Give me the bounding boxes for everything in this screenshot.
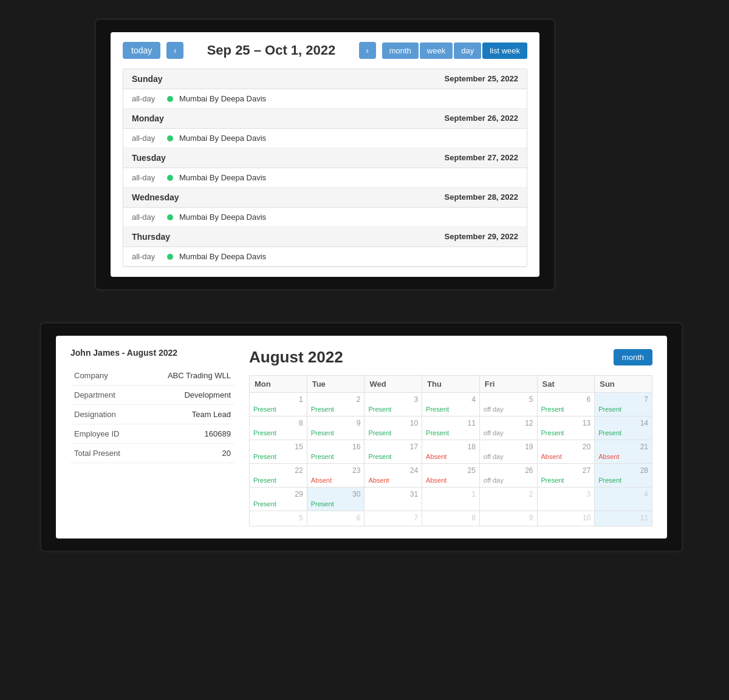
day-number: 24	[368, 466, 418, 475]
event-title: Mumbai By Deepa Davis	[179, 94, 266, 103]
event-dot-icon	[167, 135, 173, 141]
bottom-calendar-card: John James - August 2022 CompanyABC Trad…	[39, 322, 683, 552]
calendar-day: 6	[307, 511, 364, 526]
event-row: all-dayMumbai By Deepa Davis	[123, 89, 527, 109]
day-status: Present	[253, 500, 276, 508]
calendar-day: 3Present	[364, 393, 422, 416]
day-of-week-header: Thu	[422, 376, 480, 393]
day-number: 10	[368, 419, 418, 427]
day-header: WednesdaySeptember 28, 2022	[123, 188, 527, 208]
day-status: Absent	[541, 453, 562, 460]
day-status: Present	[253, 406, 276, 413]
info-label: Employee ID	[70, 424, 141, 444]
day-status: Present	[598, 429, 621, 437]
day-status: Absent	[598, 453, 619, 460]
info-label: Department	[70, 386, 141, 405]
today-button[interactable]: today	[123, 42, 160, 59]
day-date: September 26, 2022	[445, 114, 518, 123]
info-label: Designation	[70, 405, 141, 424]
day-header: ThursdaySeptember 29, 2022	[123, 227, 527, 247]
day-number: 31	[368, 490, 418, 498]
info-value: 160689	[141, 424, 234, 444]
calendar-day: 23Absent	[307, 464, 364, 488]
day-name: Tuesday	[132, 153, 166, 163]
day-status: Present	[541, 406, 564, 413]
day-of-week-header: Mon	[250, 376, 307, 393]
info-panel-title: John James - August 2022	[70, 348, 234, 358]
week-row: 22Present23Absent24Absent25Absent26off d…	[250, 464, 652, 488]
event-time: all-day	[132, 94, 161, 103]
day-number: 16	[311, 443, 361, 451]
day-status: Present	[426, 429, 449, 437]
view-buttons: month week day list week	[382, 42, 527, 59]
day-of-week-header: Sat	[537, 376, 595, 393]
day-number: 18	[426, 443, 476, 451]
event-title: Mumbai By Deepa Davis	[179, 252, 266, 261]
calendar-day: 9Present	[307, 416, 364, 440]
calendar-day: 13Present	[537, 416, 595, 440]
day-name: Monday	[132, 114, 164, 123]
day-status: Present	[598, 477, 621, 484]
day-status: Present	[368, 429, 391, 437]
event-dot-icon	[167, 175, 173, 181]
calendar-day: 11Present	[422, 416, 480, 440]
day-number: 6	[541, 395, 591, 404]
list-calendar: SundaySeptember 25, 2022all-dayMumbai By…	[123, 69, 527, 267]
day-status: Present	[368, 453, 391, 460]
day-number: 28	[598, 466, 648, 475]
calendar-day: 26off day	[479, 464, 537, 488]
day-number: 9	[311, 419, 361, 427]
day-date: September 29, 2022	[445, 232, 518, 242]
day-number: 11	[598, 514, 648, 522]
calendar-day: 4Present	[422, 393, 480, 416]
day-date: September 28, 2022	[445, 192, 518, 202]
event-row: all-dayMumbai By Deepa Davis	[123, 129, 527, 148]
day-status: Present	[253, 477, 276, 484]
info-table: CompanyABC Trading WLLDepartmentDevelopm…	[70, 366, 234, 463]
day-header: MondaySeptember 26, 2022	[123, 109, 527, 129]
calendar-day: 6Present	[537, 393, 595, 416]
view-week-button[interactable]: week	[420, 42, 453, 59]
day-status: Present	[311, 406, 334, 413]
calendar-day: 15Present	[250, 440, 307, 464]
calendar-day: 28Present	[595, 464, 652, 488]
event-row: all-dayMumbai By Deepa Davis	[123, 208, 527, 227]
calendar-day: 30Present	[307, 488, 364, 511]
event-row: all-dayMumbai By Deepa Davis	[123, 168, 527, 188]
event-title: Mumbai By Deepa Davis	[179, 212, 266, 222]
calendar-day: 24Absent	[364, 464, 422, 488]
day-status: off day	[484, 406, 504, 413]
day-status: off day	[484, 453, 504, 460]
info-row: DepartmentDevelopment	[70, 386, 234, 405]
view-month-button[interactable]: month	[382, 42, 419, 59]
calendar-header: today ‹ Sep 25 – Oct 1, 2022 › month wee…	[123, 42, 527, 59]
day-number: 5	[253, 514, 303, 522]
event-title: Mumbai By Deepa Davis	[179, 134, 266, 143]
day-number: 9	[484, 514, 533, 522]
day-number: 2	[484, 490, 533, 498]
day-status: Present	[598, 406, 621, 413]
day-number: 7	[598, 395, 648, 404]
month-grid: MonTueWedThuFriSatSun1Present2Present3Pr…	[249, 375, 652, 526]
month-view-button[interactable]: month	[614, 349, 652, 365]
calendar-day: 2Present	[307, 393, 364, 416]
info-label: Total Present	[70, 444, 141, 463]
calendar-day: 21Absent	[595, 440, 652, 464]
calendar-day: 12off day	[479, 416, 537, 440]
calendar-day: 22Present	[250, 464, 307, 488]
view-listweek-button[interactable]: list week	[482, 42, 527, 59]
view-day-button[interactable]: day	[454, 42, 481, 59]
calendar-day: 5off day	[479, 393, 537, 416]
event-dot-icon	[167, 214, 173, 220]
prev-button[interactable]: ‹	[166, 42, 183, 59]
day-of-week-header: Sun	[595, 376, 652, 393]
info-label: Company	[70, 366, 141, 386]
next-button[interactable]: ›	[359, 42, 376, 59]
day-number: 22	[253, 466, 303, 475]
calendar-day: 7	[364, 511, 422, 526]
day-number: 25	[426, 466, 476, 475]
event-time: all-day	[132, 134, 161, 143]
day-status: off day	[484, 477, 504, 484]
day-status: Present	[541, 477, 564, 484]
day-status: Present	[426, 406, 449, 413]
